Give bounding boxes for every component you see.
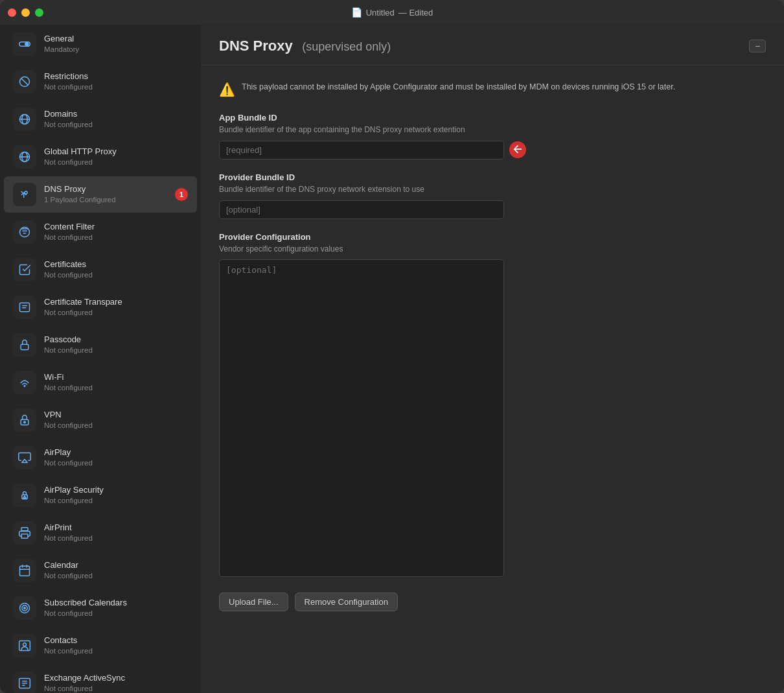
provider-configuration-label: Provider Configuration xyxy=(219,232,766,242)
sidebar-item-label: Certificates xyxy=(44,259,188,270)
subscribed-icon xyxy=(13,596,36,620)
subtitle-text: — Edited xyxy=(398,8,433,18)
sidebar-item-label: Global HTTP Proxy xyxy=(44,147,188,158)
sidebar-item-content-filter[interactable]: Content Filter Not configured xyxy=(4,214,197,250)
close-button[interactable] xyxy=(8,8,16,17)
sidebar-item-label: Calendar xyxy=(44,560,188,571)
field-section-provider-configuration: Provider Configuration Vendor specific c… xyxy=(219,232,766,580)
remove-config-button[interactable]: Remove Configuration xyxy=(295,593,398,611)
provider-bundle-id-description: Bundle identifier of the DNS proxy netwo… xyxy=(219,184,766,195)
sidebar-item-wifi[interactable]: Wi-Fi Not configured xyxy=(4,364,197,401)
document-icon: 📄 xyxy=(351,7,362,18)
main-content: DNS Proxy (supervised only) − ⚠️ This pa… xyxy=(201,25,784,693)
cert2-icon xyxy=(13,296,36,319)
sidebar-item-cert-transparency[interactable]: Certificate Transpare Not configured xyxy=(4,289,197,325)
title-bar: 📄 Untitled — Edited xyxy=(0,0,784,25)
sidebar-item-global-http-proxy[interactable]: Global HTTP Proxy Not configured xyxy=(4,139,197,175)
sidebar-item-sublabel: Not configured xyxy=(44,496,188,506)
svg-marker-22 xyxy=(22,460,27,463)
svg-rect-15 xyxy=(20,303,30,311)
airplay-icon xyxy=(13,446,36,469)
sidebar-item-label: Certificate Transpare xyxy=(44,297,188,308)
sidebar-item-airplay[interactable]: AirPlay Not configured xyxy=(4,440,197,476)
svg-point-10 xyxy=(25,191,27,194)
sidebar-item-passcode[interactable]: Passcode Not configured xyxy=(4,327,197,363)
sidebar[interactable]: General Mandatory Restrictions Not confi… xyxy=(0,25,201,693)
minimize-button[interactable] xyxy=(21,8,30,17)
cert-icon xyxy=(13,258,36,281)
airplay-lock-icon xyxy=(13,484,36,507)
exchange-icon xyxy=(13,672,36,693)
main-subtitle: (supervised only) xyxy=(302,40,391,53)
print-icon xyxy=(13,521,36,545)
sidebar-item-airprint[interactable]: AirPrint Not configured xyxy=(4,515,197,551)
sidebar-item-sublabel: Not configured xyxy=(44,684,188,693)
sidebar-item-general[interactable]: General Mandatory xyxy=(4,26,197,62)
svg-rect-34 xyxy=(19,641,30,651)
sidebar-item-sublabel: Mandatory xyxy=(44,45,188,54)
lock-icon xyxy=(13,333,36,357)
sidebar-item-restrictions[interactable]: Restrictions Not configured xyxy=(4,64,197,100)
field-section-provider-bundle-id: Provider Bundle ID Bundle identifier of … xyxy=(219,172,766,219)
collapse-button[interactable]: − xyxy=(749,40,766,53)
arrow-button[interactable] xyxy=(509,141,526,158)
app-bundle-id-input[interactable] xyxy=(219,141,504,159)
main-title: DNS Proxy xyxy=(219,38,293,54)
sidebar-item-label: Passcode xyxy=(44,335,188,346)
sidebar-item-label: DNS Proxy xyxy=(44,184,170,195)
svg-rect-26 xyxy=(21,534,28,539)
warning-banner: ⚠️ This payload cannot be installed by A… xyxy=(219,81,766,97)
sidebar-item-sublabel: Not configured xyxy=(44,82,188,92)
sidebar-item-label: Restrictions xyxy=(44,71,188,82)
svg-rect-27 xyxy=(20,566,30,576)
sidebar-item-sublabel: Not configured xyxy=(44,120,188,130)
sidebar-item-sublabel: Not configured xyxy=(44,421,188,430)
main-title-area: DNS Proxy (supervised only) xyxy=(219,38,391,54)
svg-rect-25 xyxy=(21,528,28,531)
sidebar-item-label: General xyxy=(44,34,188,45)
sidebar-item-label: VPN xyxy=(44,410,188,421)
sidebar-item-certificates[interactable]: Certificates Not configured xyxy=(4,252,197,288)
sidebar-item-sublabel: Not configured xyxy=(44,233,188,242)
maximize-button[interactable] xyxy=(35,8,43,17)
app-bundle-id-description: Bundle identifier of the app containing … xyxy=(219,124,766,135)
sidebar-item-sublabel: Not configured xyxy=(44,383,188,393)
sidebar-item-domains[interactable]: Domains Not configured xyxy=(4,101,197,137)
sidebar-item-calendar[interactable]: Calendar Not configured xyxy=(4,552,197,589)
sidebar-item-sublabel: Not configured xyxy=(44,571,188,581)
window-controls xyxy=(8,8,43,17)
window-title: 📄 Untitled — Edited xyxy=(351,7,433,18)
sidebar-item-label: Content Filter xyxy=(44,222,188,233)
sidebar-item-vpn[interactable]: VPN Not configured xyxy=(4,402,197,438)
upload-file-button[interactable]: Upload File... xyxy=(219,593,288,611)
svg-point-35 xyxy=(23,643,27,646)
sidebar-item-label: AirPlay xyxy=(44,447,188,458)
sidebar-item-contacts[interactable]: Contacts Not configured xyxy=(4,628,197,664)
calendar-icon xyxy=(13,559,36,582)
wifi-icon xyxy=(13,371,36,394)
toggle-icon xyxy=(13,32,36,56)
provider-bundle-id-input[interactable] xyxy=(219,200,504,219)
sidebar-item-label: Subscribed Calendars xyxy=(44,598,188,609)
app-bundle-id-label: App Bundle ID xyxy=(219,113,766,123)
sidebar-item-label: Exchange ActiveSync xyxy=(44,673,188,684)
sidebar-item-sublabel: Not configured xyxy=(44,158,188,167)
sidebar-item-subscribed-calendars[interactable]: Subscribed Calendars Not configured xyxy=(4,590,197,626)
provider-configuration-textarea[interactable] xyxy=(219,259,504,577)
sidebar-item-sublabel: Not configured xyxy=(44,609,188,618)
sidebar-item-dns-proxy[interactable]: DNS Proxy 1 Payload Configured 1 xyxy=(4,176,197,213)
field-row-app-bundle-id xyxy=(219,141,766,159)
sidebar-item-label: AirPlay Security xyxy=(44,485,188,496)
field-row-provider-bundle-id xyxy=(219,200,766,219)
provider-configuration-description: Vendor specific configuration values xyxy=(219,244,766,255)
app-body: General Mandatory Restrictions Not confi… xyxy=(0,25,784,693)
restrict-icon xyxy=(13,70,36,93)
sidebar-item-airplay-security[interactable]: AirPlay Security Not configured xyxy=(4,477,197,513)
sidebar-item-exchange-activesync[interactable]: Exchange ActiveSync Not configured xyxy=(4,665,197,693)
sidebar-item-sublabel: Not configured xyxy=(44,534,188,543)
filter-icon xyxy=(13,220,36,244)
field-section-app-bundle-id: App Bundle ID Bundle identifier of the a… xyxy=(219,113,766,159)
sidebar-item-sublabel: Not configured xyxy=(44,346,188,355)
svg-point-21 xyxy=(24,421,26,423)
svg-point-33 xyxy=(24,607,26,609)
